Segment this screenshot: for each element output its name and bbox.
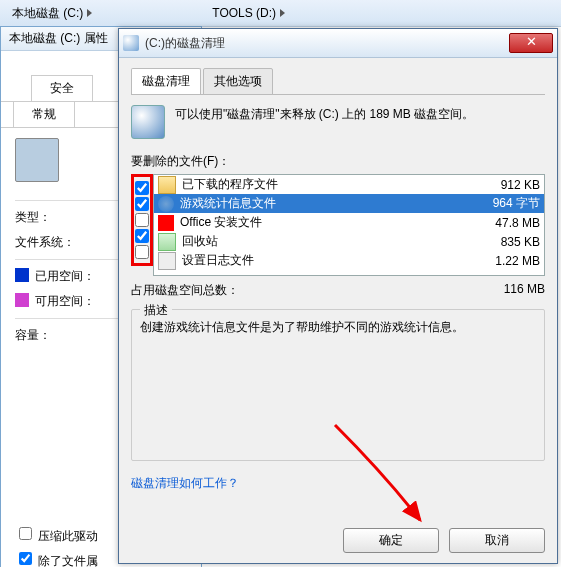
- disk-cleanup-window: (C:)的磁盘清理 ✕ 磁盘清理 其他选项 可以使用"磁盘清理"来释放 (C:)…: [118, 28, 558, 564]
- total-label: 占用磁盘空间总数：: [131, 282, 465, 299]
- list-item[interactable]: 已下载的程序文件 912 KB: [154, 175, 544, 194]
- disk-cleanup-icon: [123, 35, 139, 51]
- file-size: 912 KB: [460, 178, 540, 192]
- chevron-right-icon: [280, 9, 285, 17]
- recycle-bin-icon: [158, 233, 176, 251]
- list-item[interactable]: Office 安装文件 47.8 MB: [154, 213, 544, 232]
- tab-general[interactable]: 常规: [13, 101, 75, 127]
- drive-icon: [15, 138, 59, 182]
- list-item[interactable]: 设置日志文件 1.22 MB: [154, 251, 544, 270]
- description-text: 创建游戏统计信息文件是为了帮助维护不同的游戏统计信息。: [140, 318, 536, 336]
- disk-cleanup-large-icon: [131, 105, 165, 139]
- titlebar[interactable]: (C:)的磁盘清理 ✕: [119, 29, 557, 58]
- ok-button[interactable]: 确定: [343, 528, 439, 553]
- window-title: (C:)的磁盘清理: [145, 35, 509, 52]
- file-size: 47.8 MB: [460, 216, 540, 230]
- stats-icon: [158, 196, 174, 212]
- cb-recycle-bin[interactable]: [135, 229, 149, 243]
- log-file-icon: [158, 252, 176, 270]
- file-size: 835 KB: [460, 235, 540, 249]
- crumb-d[interactable]: TOOLS (D:): [212, 6, 285, 20]
- office-icon: [158, 215, 174, 231]
- list-item[interactable]: 回收站 835 KB: [154, 232, 544, 251]
- group-legend: 描述: [140, 302, 172, 319]
- file-name: 设置日志文件: [180, 252, 456, 269]
- cb-downloaded-programs[interactable]: [135, 181, 149, 195]
- files-to-delete-label: 要删除的文件(F)：: [131, 153, 545, 170]
- list-item[interactable]: 游戏统计信息文件 964 字节: [154, 194, 544, 213]
- explorer-crumb-bar: 本地磁盘 (C:) TOOLS (D:): [0, 0, 561, 27]
- file-name: Office 安装文件: [178, 214, 456, 231]
- info-text: 可以使用"磁盘清理"来释放 (C:) 上的 189 MB 磁盘空间。: [175, 105, 474, 139]
- crumb-c[interactable]: 本地磁盘 (C:): [12, 5, 92, 22]
- chevron-right-icon: [87, 9, 92, 17]
- total-value: 116 MB: [465, 282, 545, 299]
- how-it-works-link[interactable]: 磁盘清理如何工作？: [131, 475, 239, 492]
- highlight-annotation: [131, 174, 153, 266]
- free-swatch-icon: [15, 293, 29, 307]
- file-size: 1.22 MB: [460, 254, 540, 268]
- close-button[interactable]: ✕: [509, 33, 553, 53]
- file-name: 回收站: [180, 233, 456, 250]
- folder-icon: [158, 176, 176, 194]
- file-name: 游戏统计信息文件: [178, 195, 456, 212]
- tab-other-options[interactable]: 其他选项: [203, 68, 273, 95]
- tab-security[interactable]: 安全: [31, 75, 93, 101]
- description-group: 描述 创建游戏统计信息文件是为了帮助维护不同的游戏统计信息。: [131, 309, 545, 461]
- cancel-button[interactable]: 取消: [449, 528, 545, 553]
- file-size: 964 字节: [460, 195, 540, 212]
- cb-office-setup[interactable]: [135, 213, 149, 227]
- tab-disk-cleanup[interactable]: 磁盘清理: [131, 68, 201, 94]
- cb-game-stats[interactable]: [135, 197, 149, 211]
- file-name: 已下载的程序文件: [180, 176, 456, 193]
- used-swatch-icon: [15, 268, 29, 282]
- cb-setup-logs[interactable]: [135, 245, 149, 259]
- files-to-delete-list[interactable]: 已下载的程序文件 912 KB 游戏统计信息文件 964 字节 Office 安…: [153, 174, 545, 276]
